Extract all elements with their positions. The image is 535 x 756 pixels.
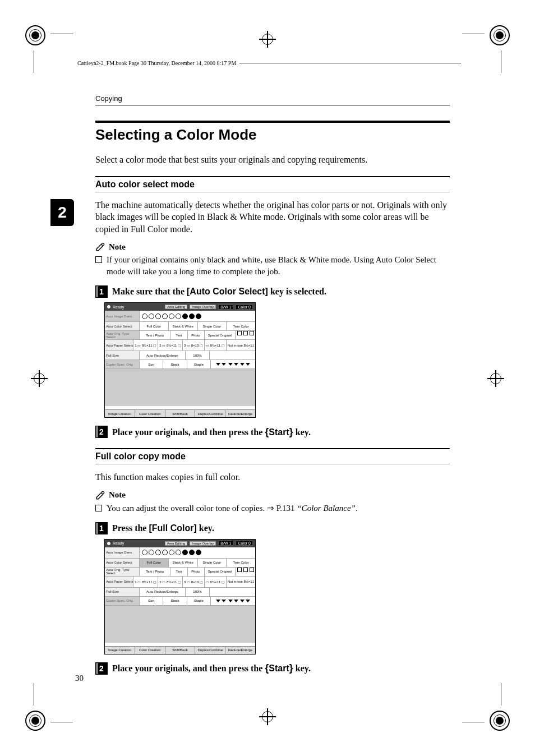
crop-line [34, 683, 34, 706]
cell-black-white: Black & White [169, 559, 198, 567]
mini-icon [250, 568, 254, 572]
step-badge-2: 2 [95, 426, 108, 438]
ready-label: Ready [113, 541, 124, 545]
row-auto-image-density: Auto Image Dens. [105, 311, 140, 321]
cell-text: Text [170, 568, 187, 576]
crop-line [462, 722, 485, 722]
cell-tray-3: 3 ▭ 8×13 ▢ [183, 577, 205, 587]
chip-area-editing: Area Editing [165, 305, 188, 309]
mini-icon [237, 331, 242, 335]
h3-auto-color: Auto color select mode [95, 176, 450, 192]
row-full-size: Full Size [105, 588, 140, 596]
cell-tray-bypass: Not in use 8½×11 [227, 577, 255, 587]
note-item: If your original contains only black and… [95, 254, 450, 278]
chip-area-editing: Area Editing [165, 541, 188, 546]
footer-duplex-combine: Duplex/Combine [195, 647, 225, 654]
row-copier-spec-orig: Copier Spec. Orig. [105, 360, 140, 368]
cell-stack: Stack [163, 597, 187, 605]
crop-line [462, 34, 485, 34]
row-auto-paper-select: Auto Paper Select [105, 577, 133, 587]
cell-tray-4: ▭ 8½×11 ▢ [205, 577, 227, 587]
section-h2: Selecting a Color Mode [95, 121, 450, 144]
chapter-tab: 2 [50, 199, 74, 226]
cell-twin-color: Twin Color [227, 322, 255, 330]
step-2-full: 2 Place your originals, and then press t… [95, 662, 450, 675]
step-1-full: 1 Press the [Full Color] key. [95, 522, 450, 534]
row-auto-paper-select: Auto Paper Select [105, 340, 133, 351]
ready-dot-icon [107, 305, 110, 308]
count-bw: B/W 1 [218, 305, 233, 310]
cell-staple: Staple [187, 597, 211, 605]
cell-black-white: Black & White [169, 322, 198, 330]
step-badge-2: 2 [95, 662, 108, 675]
h3-auto-color-title: Auto color select mode [95, 179, 450, 190]
registration-mark-left [31, 370, 48, 387]
registration-mark-bottom [259, 708, 276, 725]
mini-icon [243, 568, 248, 572]
triangle-icon [216, 600, 220, 602]
ready-dot-icon [107, 542, 110, 545]
row-auto-color-select: Auto Color Select [105, 322, 140, 330]
registration-mark-right [487, 370, 504, 387]
footer-reduce-enlarge: Reduce/Enlarge [225, 647, 255, 654]
screen-panel-auto: Ready Area Editing Image Overlay B/W 1 C… [104, 302, 256, 418]
cell-auto-reduce-enlarge: Auto Reduce/Enlarge [140, 351, 186, 359]
cell-tray-4: ▭ 8½×11 ▢ [205, 340, 227, 351]
step-2-text: Place your originals, and then press the… [112, 426, 311, 438]
row-copier-spec-orig: Copier Spec. Orig. [105, 597, 140, 605]
pencil-icon [95, 490, 105, 500]
step-2: 2 Place your originals, and then press t… [95, 426, 450, 438]
cell-tray-1: 1 ▭ 8½×11 ▢ [133, 340, 158, 351]
crop-line [34, 50, 34, 73]
step-1-text: Make sure that the [Auto Color Select] k… [112, 287, 326, 297]
crop-line [501, 683, 501, 706]
panel-footer: Image Creation Color Creation Shift/Book… [105, 646, 255, 654]
crop-corner-tr [490, 25, 510, 45]
count-color: Color 0 [236, 541, 253, 546]
cell-sort: Sort [140, 360, 163, 368]
cell-tray-1: 1 ▭ 8½×11 ▢ [133, 577, 158, 587]
footer-color-creation: Color Creation [135, 410, 165, 417]
h3-full-color: Full color copy mode [95, 448, 450, 464]
cell-full-color: Full Color [140, 322, 169, 330]
running-head: Copying [95, 94, 450, 105]
screen-panel-full: Ready Area Editing Image Overlay B/W 1 C… [104, 539, 256, 654]
note-heading: Note [95, 490, 450, 500]
full-color-paragraph: This function makes copies in full color… [95, 471, 450, 483]
cell-text-photo: Text / Photo [140, 568, 170, 576]
cell-special-original: Special Original [205, 331, 236, 339]
cell-tray-2: 2 ▭ 8½×11 ▢ [158, 340, 183, 351]
cell-twin-color: Twin Color [227, 559, 255, 567]
footer-shift-book: Shift/Book [165, 647, 196, 654]
mini-icon [243, 331, 248, 335]
step-badge-1: 1 [95, 285, 108, 298]
cell-text: Text [170, 331, 187, 339]
chip-image-overlay: Image Overlay [190, 541, 216, 546]
cell-tray-3: 3 ▭ 8×13 ▢ [183, 340, 205, 351]
note-label: Note [109, 242, 126, 252]
intro-paragraph: Select a color mode that best suits your… [95, 154, 450, 166]
note-text: If your original contains only black and… [107, 254, 450, 278]
mini-icon [250, 331, 254, 335]
step-2-full-text: Place your originals, and then press the… [112, 662, 311, 674]
cell-text-photo: Text / Photo [140, 331, 170, 339]
count-bw: B/W 1 [218, 541, 233, 546]
h2-title: Selecting a Color Mode [95, 126, 450, 144]
pencil-icon [95, 242, 105, 252]
cell-photo: Photo [188, 568, 205, 576]
cell-100pct: 100% [186, 351, 210, 359]
square-bullet-icon [95, 256, 102, 263]
step-badge-1: 1 [95, 522, 108, 534]
crop-line [50, 34, 73, 34]
row-auto-orig-type: Auto Orig. Type Select [105, 331, 140, 339]
density-circles [140, 314, 255, 319]
crop-corner-bl [25, 711, 45, 731]
note-heading: Note [95, 242, 450, 252]
cell-single-color: Single Color [198, 559, 227, 567]
registration-mark-top [259, 31, 276, 48]
footer-image-creation: Image Creation [105, 647, 135, 654]
cell-100pct: 100% [186, 588, 210, 596]
density-circles [140, 550, 255, 555]
note-label: Note [109, 490, 126, 500]
row-auto-orig-type: Auto Orig. Type Select [105, 568, 140, 576]
